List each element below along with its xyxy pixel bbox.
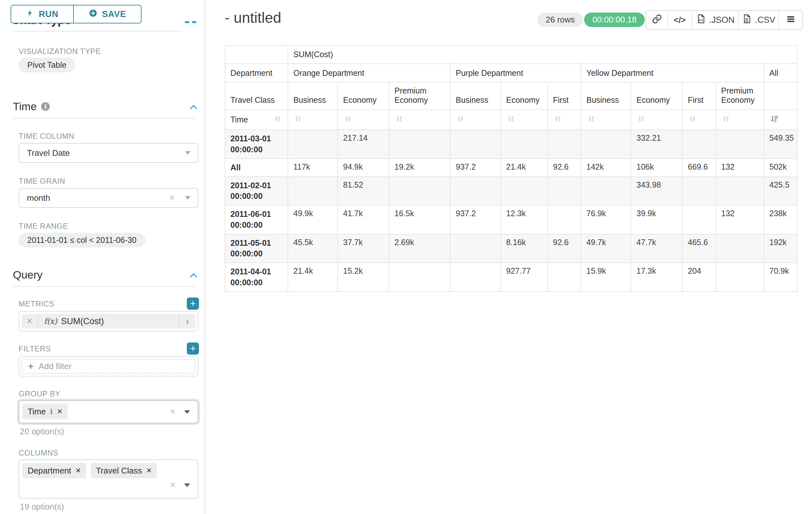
time-sort-header[interactable]: Time bbox=[225, 110, 288, 130]
chevron-up-icon[interactable] bbox=[189, 270, 198, 280]
sort-icon[interactable] bbox=[721, 116, 731, 125]
metrics-control: ✕ f(x) SUM(Cost) › bbox=[19, 311, 198, 331]
value-cell bbox=[548, 205, 581, 234]
metric-pill[interactable]: ✕ f(x) SUM(Cost) › bbox=[22, 314, 196, 329]
time-column-select[interactable]: Travel Date bbox=[19, 143, 198, 163]
value-cell: 238k bbox=[764, 205, 797, 234]
remove-tag-icon[interactable]: ✕ bbox=[57, 408, 63, 415]
code-icon: </> bbox=[674, 15, 686, 25]
view-query-button[interactable]: </> bbox=[668, 11, 692, 29]
add-filter-plus-button[interactable]: + bbox=[187, 343, 199, 355]
value-cell: 94.9k bbox=[338, 159, 389, 177]
remove-tag-icon[interactable]: ✕ bbox=[76, 467, 81, 475]
travel-class-axis-label: Travel Class bbox=[225, 82, 288, 110]
columns-tag[interactable]: Department ✕ bbox=[23, 463, 86, 478]
travel-class-header: Economy bbox=[501, 82, 548, 110]
sort-icon[interactable] bbox=[273, 114, 283, 126]
column-sort-header[interactable] bbox=[716, 110, 764, 130]
travel-class-header: Business bbox=[581, 82, 631, 110]
caret-down-icon[interactable] bbox=[184, 484, 190, 487]
columns-select[interactable]: Department ✕ Travel Class ✕ ✕ bbox=[19, 459, 198, 498]
caret-down-icon[interactable] bbox=[184, 410, 190, 414]
column-sort-header[interactable] bbox=[389, 110, 450, 130]
value-cell: 937.2 bbox=[450, 159, 501, 177]
time-grain-select[interactable]: month ✕ bbox=[19, 188, 198, 208]
value-cell: 332.21 bbox=[631, 130, 682, 159]
group-by-select[interactable]: Time i ✕ ✕ bbox=[19, 400, 198, 424]
chevron-up-icon[interactable] bbox=[189, 102, 198, 112]
value-cell: 21.4k bbox=[288, 263, 338, 292]
visualization-type-pill[interactable]: Pivot Table bbox=[19, 58, 75, 72]
column-sort-header[interactable] bbox=[548, 110, 581, 130]
column-sort-header[interactable] bbox=[631, 110, 682, 130]
plus-icon: + bbox=[28, 361, 34, 372]
column-sort-header[interactable] bbox=[338, 110, 389, 130]
info-icon: i bbox=[50, 407, 53, 416]
sort-icon[interactable] bbox=[636, 116, 646, 125]
value-cell: 937.2 bbox=[450, 205, 501, 234]
row-header-cell: 2011-05-0100:00:00 bbox=[225, 234, 288, 263]
sort-icon[interactable] bbox=[553, 116, 562, 125]
explore-page: Chart Type RUN SAVE VISUALIZATION TYPE P… bbox=[0, 0, 812, 514]
value-cell bbox=[501, 130, 548, 159]
group-by-tag[interactable]: Time i ✕ bbox=[23, 404, 68, 419]
column-sort-header[interactable] bbox=[682, 110, 716, 130]
value-cell: 142k bbox=[581, 159, 631, 177]
clear-icon[interactable]: ✕ bbox=[170, 407, 176, 416]
value-cell: 204 bbox=[682, 263, 716, 292]
sort-icon[interactable] bbox=[506, 116, 516, 125]
clear-icon[interactable]: ✕ bbox=[170, 481, 176, 490]
chevron-right-icon[interactable]: › bbox=[179, 314, 196, 329]
export-json-label: .JSON bbox=[709, 15, 735, 25]
clear-icon[interactable]: ✕ bbox=[169, 193, 175, 202]
info-icon: i bbox=[41, 102, 50, 111]
columns-tag[interactable]: Travel Class ✕ bbox=[91, 463, 157, 478]
save-button[interactable]: SAVE bbox=[73, 5, 142, 23]
value-cell bbox=[581, 177, 631, 206]
row-count-badge: 26 rows bbox=[537, 12, 583, 27]
value-cell bbox=[501, 177, 548, 206]
column-sort-header[interactable] bbox=[764, 110, 797, 130]
sort-icon[interactable] bbox=[343, 116, 353, 125]
run-button[interactable]: RUN bbox=[10, 5, 74, 23]
value-cell bbox=[682, 130, 716, 159]
metric-header-cell: SUM(Cost) bbox=[288, 45, 797, 63]
sort-icon[interactable] bbox=[293, 116, 303, 125]
sort-icon[interactable] bbox=[395, 116, 404, 125]
value-cell bbox=[389, 177, 450, 206]
group-by-label: GROUP BY bbox=[19, 389, 60, 398]
value-cell bbox=[581, 130, 631, 159]
query-section-header: Query bbox=[13, 269, 43, 281]
value-cell bbox=[716, 130, 764, 159]
pivot-row: All117k94.9k19.2k937.221.4k92.6142k106k6… bbox=[225, 159, 797, 177]
share-link-button[interactable] bbox=[646, 11, 668, 29]
remove-metric-icon[interactable]: ✕ bbox=[22, 314, 38, 329]
value-cell: 49.9k bbox=[288, 205, 338, 234]
query-timer-badge: 00:00:00.18 bbox=[584, 12, 645, 27]
add-metric-button[interactable]: + bbox=[187, 297, 199, 310]
run-save-button-group: RUN SAVE bbox=[10, 5, 142, 23]
value-cell: 92.6 bbox=[548, 234, 581, 263]
export-csv-button[interactable]: .CSV bbox=[738, 11, 779, 29]
sort-icon[interactable] bbox=[586, 116, 596, 125]
value-cell: 21.4k bbox=[501, 159, 548, 177]
sort-icon[interactable] bbox=[688, 116, 697, 125]
column-sort-header[interactable] bbox=[450, 110, 501, 130]
export-json-button[interactable]: .JSON bbox=[692, 11, 738, 29]
row-header-cell: All bbox=[225, 159, 288, 177]
sort-icon[interactable] bbox=[456, 116, 465, 125]
value-cell: 12.3k bbox=[501, 205, 548, 234]
column-sort-header[interactable] bbox=[288, 110, 338, 130]
link-icon bbox=[652, 14, 662, 26]
chart-title[interactable]: - untitled bbox=[225, 9, 281, 26]
time-range-pill[interactable]: 2011-01-01 ≤ col < 2011-06-30 bbox=[19, 233, 145, 247]
column-sort-header[interactable] bbox=[581, 110, 631, 130]
remove-tag-icon[interactable]: ✕ bbox=[146, 467, 152, 475]
add-filter-button[interactable]: + Add filter bbox=[22, 359, 196, 374]
value-cell bbox=[450, 177, 501, 206]
hamburger-menu-button[interactable] bbox=[779, 11, 802, 29]
tag-label: Travel Class bbox=[96, 466, 142, 476]
sort-descending-icon[interactable] bbox=[769, 116, 779, 125]
column-sort-header[interactable] bbox=[501, 110, 548, 130]
travel-class-header: First bbox=[682, 82, 716, 110]
